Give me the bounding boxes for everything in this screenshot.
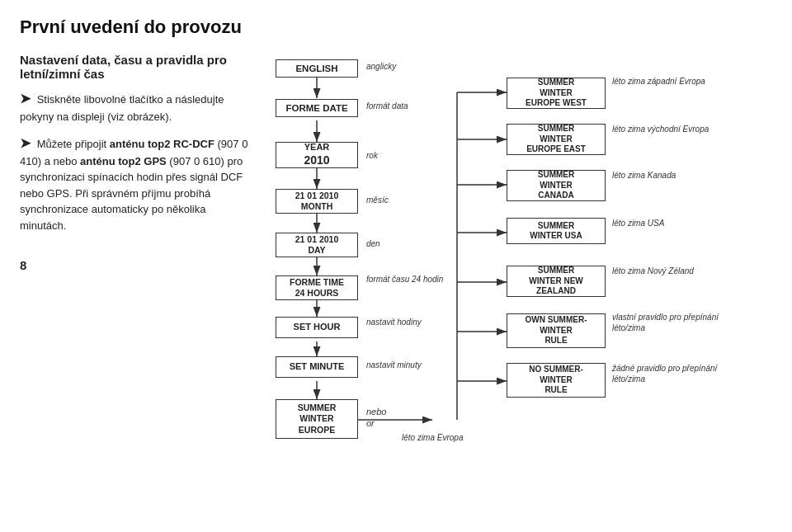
bold-antenna2: anténu top2 GPS [80,155,167,167]
label-nastavit-hodiny: nastavit hodiny [366,317,422,327]
box-set-hour: SET HOUR [276,317,358,338]
box-summer-winter-canada: SUMMER WINTER CANADA [507,170,606,201]
arrow-icon: ➤ [20,92,31,106]
label-rok: rok [366,150,378,161]
box-forme-time: FORME TIME 24 HOURS [276,275,358,300]
label-leto-zima-usa: léto zima USA [612,218,664,228]
section-subtitle: Nastavení data, času a pravidla pro letn… [20,53,251,81]
box-year: YEAR 2010 [276,142,358,168]
label-den: den [366,238,380,249]
flowchart-area: ENGLISH anglicky FORME DATE formát data … [267,53,772,465]
box-summer-winter-europe-east: SUMMER WINTER EUROPE EAST [507,124,606,155]
label-format-data: formát data [366,101,408,111]
label-nastavit-minuty: nastavit minuty [366,360,422,370]
bullet-paragraph-1: ➤ Stiskněte libovolné tlačítko a následu… [20,89,251,125]
bullet2-prefix: Můžete připojit [37,138,110,150]
label-leto-zima-novy-zeland: léto zima Nový Zéland [612,266,694,276]
label-anglicky: anglicky [366,61,396,72]
box-summer-winter-europe-west: SUMMER WINTER EUROPE WEST [507,78,606,109]
box-summer-winter-usa: SUMMER WINTER USA [507,218,606,244]
box-no-summer-winter-rule: NO SUMMER- WINTER RULE [507,363,606,398]
label-leto-zima-kanada: léto zima Kanada [612,170,676,181]
box-summer-winter-europe: SUMMER WINTER EUROPE [276,399,358,439]
year-label: YEAR [304,142,330,153]
label-leto-zima-vychodni: léto zima východní Evropa [612,124,709,134]
page-title: První uvedení do provozu [20,16,772,38]
left-column: Nastavení data, času a pravidla pro letn… [20,53,251,272]
bold-antenna1: anténu top2 RC-DCF [110,138,214,150]
main-layout: Nastavení data, času a pravidla pro letn… [20,53,772,465]
year-value: 2010 [304,153,329,168]
box-summer-winter-new-zealand: SUMMER WINTER NEW ZEALAND [507,266,606,297]
box-date-day: 21 01 2010 DAY [276,233,358,257]
label-nebo: nebo or [366,406,386,430]
arrow-icon-2: ➤ [20,136,31,150]
label-zadne-pravidlo: žádné pravidlo pro přepínání léto/zima [612,363,746,384]
box-forme-date: FORME DATE [276,99,358,117]
label-leto-zima-evropa: léto zima Evropa [402,432,463,443]
label-vlastni-pravidlo: vlastní pravidlo pro přepínání léto/zima [612,312,746,333]
bullet-paragraph-2: ➤ Můžete připojit anténu top2 RC-DCF (90… [20,134,251,234]
page-number: 8 [20,258,251,272]
box-english: ENGLISH [276,59,358,78]
flow-wrapper: ENGLISH anglicky FORME DATE formát data … [267,53,746,465]
box-date-month: 21 01 2010 MONTH [276,189,358,214]
label-leto-zima-zapadni: léto zima západní Evropa [612,76,705,87]
label-format-casu: formát času 24 hodin [366,274,443,285]
box-own-summer-winter-rule: OWN SUMMER- WINTER RULE [507,313,606,348]
box-set-minute: SET MINUTE [276,356,358,378]
bullet1-text: Stiskněte libovolné tlačítko a následujt… [20,93,224,123]
label-mesic: měsíc [366,195,389,205]
